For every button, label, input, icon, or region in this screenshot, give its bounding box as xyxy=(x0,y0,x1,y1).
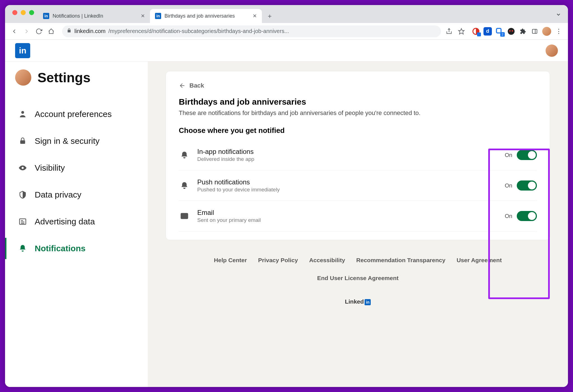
linkedin-favicon-icon: in xyxy=(43,13,49,19)
option-subtitle: Delivered inside the app xyxy=(197,156,254,162)
minimize-window-button[interactable] xyxy=(21,10,26,15)
close-tab-icon[interactable]: ✕ xyxy=(141,13,145,19)
browser-tab-active[interactable]: in Birthdays and job anniversaries ✕ xyxy=(150,9,262,23)
sidebar-item-label: Visibility xyxy=(35,163,65,173)
close-window-button[interactable] xyxy=(12,10,17,15)
sidebar-item-label: Account preferences xyxy=(35,109,112,119)
linkedin-logo[interactable]: in xyxy=(15,43,30,58)
extension-icon[interactable]: d xyxy=(483,27,492,36)
option-subtitle: Pushed to your device immediately xyxy=(197,187,280,193)
share-button[interactable] xyxy=(445,27,453,36)
me-menu-avatar[interactable] xyxy=(546,44,558,57)
option-title: In-app notifications xyxy=(197,148,254,156)
home-button[interactable] xyxy=(47,27,55,36)
page-title: Settings xyxy=(37,70,90,85)
browser-window: in Notifications | LinkedIn ✕ in Birthda… xyxy=(5,5,568,387)
eye-icon xyxy=(18,164,27,172)
footer-link[interactable]: Accessibility xyxy=(309,257,345,264)
forward-button[interactable] xyxy=(22,27,31,36)
browser-tabstrip: in Notifications | LinkedIn ✕ in Birthda… xyxy=(5,5,568,23)
option-title: Push notifications xyxy=(197,178,280,186)
svg-point-4 xyxy=(508,28,515,35)
window-controls xyxy=(8,5,38,23)
panel-description: These are notifications for birthdays an… xyxy=(179,109,537,117)
footer-brand: Linkedin xyxy=(166,298,550,305)
sidebar-item-advertising-data[interactable]: Advertising data xyxy=(15,208,148,235)
sidebar-item-sign-in-security[interactable]: Sign in & security xyxy=(15,128,148,154)
extension-icon[interactable] xyxy=(472,27,480,36)
section-heading: Choose where you get notified xyxy=(179,126,537,135)
sidebar-item-label: Advertising data xyxy=(35,217,95,226)
svg-point-6 xyxy=(512,30,513,31)
sidebar-item-label: Sign in & security xyxy=(35,136,100,146)
reload-button[interactable] xyxy=(35,27,43,36)
bookmark-button[interactable] xyxy=(457,27,466,36)
linkedin-mini-icon: in xyxy=(365,299,371,305)
lock-icon xyxy=(18,137,27,145)
settings-sidebar: Settings Account preferences Sign in & s… xyxy=(5,62,148,387)
close-tab-icon[interactable]: ✕ xyxy=(253,13,257,19)
panel-title: Birthdays and job anniversaries xyxy=(179,97,537,107)
person-icon xyxy=(18,110,27,118)
option-row-email: Email Sent on your primary email On xyxy=(179,201,537,231)
sidebar-item-label: Notifications xyxy=(35,244,86,253)
sidebar-item-account-preferences[interactable]: Account preferences xyxy=(15,101,148,128)
sidebar-item-label: Data privacy xyxy=(35,190,81,199)
address-bar[interactable]: linkedin.com/mypreferences/d/notificatio… xyxy=(62,25,441,37)
extension-icon[interactable]: 2 xyxy=(495,27,504,36)
footer-link[interactable]: Privacy Policy xyxy=(258,257,298,264)
sidebar-item-visibility[interactable]: Visibility xyxy=(15,154,148,181)
sidebar-item-data-privacy[interactable]: Data privacy xyxy=(15,181,148,208)
footer-link[interactable]: Recommendation Transparency xyxy=(356,257,445,264)
maximize-window-button[interactable] xyxy=(29,10,34,15)
settings-card: Back Birthdays and job anniversaries The… xyxy=(166,71,550,240)
browser-menu-button[interactable]: ⋮ xyxy=(555,27,563,36)
newspaper-icon xyxy=(18,217,27,226)
bell-icon xyxy=(179,149,190,161)
extensions-menu-button[interactable] xyxy=(519,27,527,36)
linkedin-favicon-icon: in xyxy=(155,13,161,19)
url-path: /mypreferences/d/notification-subcategor… xyxy=(108,28,289,34)
new-tab-button[interactable]: + xyxy=(264,11,275,22)
sidebar-item-notifications[interactable]: Notifications xyxy=(15,235,148,262)
browser-tab[interactable]: in Notifications | LinkedIn ✕ xyxy=(38,9,150,23)
back-button[interactable]: Back xyxy=(179,82,204,89)
option-subtitle: Sent on your primary email xyxy=(197,217,261,223)
svg-rect-7 xyxy=(532,29,537,33)
svg-point-11 xyxy=(22,167,24,169)
svg-point-5 xyxy=(509,30,511,31)
settings-main: Back Birthdays and job anniversaries The… xyxy=(148,62,568,387)
option-title: Email xyxy=(197,209,261,217)
footer-link[interactable]: Help Center xyxy=(214,257,247,264)
shield-icon xyxy=(18,191,27,199)
avatar xyxy=(15,69,31,86)
back-label: Back xyxy=(189,82,204,89)
tab-title: Birthdays and job anniversaries xyxy=(165,13,235,19)
page-viewport: in Settings Account preferences Sign in … xyxy=(5,40,568,387)
bell-icon xyxy=(18,244,27,253)
option-row-in-app: In-app notifications Delivered inside th… xyxy=(179,140,537,170)
extensions-row: d 2 ⋮ xyxy=(469,27,563,36)
extension-icon[interactable] xyxy=(507,27,515,36)
tabs-overflow-button[interactable] xyxy=(556,12,561,18)
svg-marker-1 xyxy=(459,29,464,34)
svg-point-9 xyxy=(21,111,24,114)
url-host: linkedin.com xyxy=(74,28,105,34)
tab-title: Notifications | LinkedIn xyxy=(53,13,103,19)
mail-icon xyxy=(179,210,190,222)
lock-icon xyxy=(67,28,72,34)
annotation-highlight xyxy=(488,149,550,299)
option-row-push: Push notifications Pushed to your device… xyxy=(179,170,537,201)
settings-heading: Settings xyxy=(15,69,148,86)
browser-toolbar: linkedin.com/mypreferences/d/notificatio… xyxy=(5,23,568,40)
svg-rect-10 xyxy=(20,140,25,144)
profile-avatar-button[interactable] xyxy=(542,27,551,36)
bell-icon xyxy=(179,180,190,191)
side-panel-button[interactable] xyxy=(530,27,539,36)
linkedin-header: in xyxy=(5,40,568,62)
back-button[interactable] xyxy=(10,27,18,36)
arrow-left-icon xyxy=(179,82,185,89)
